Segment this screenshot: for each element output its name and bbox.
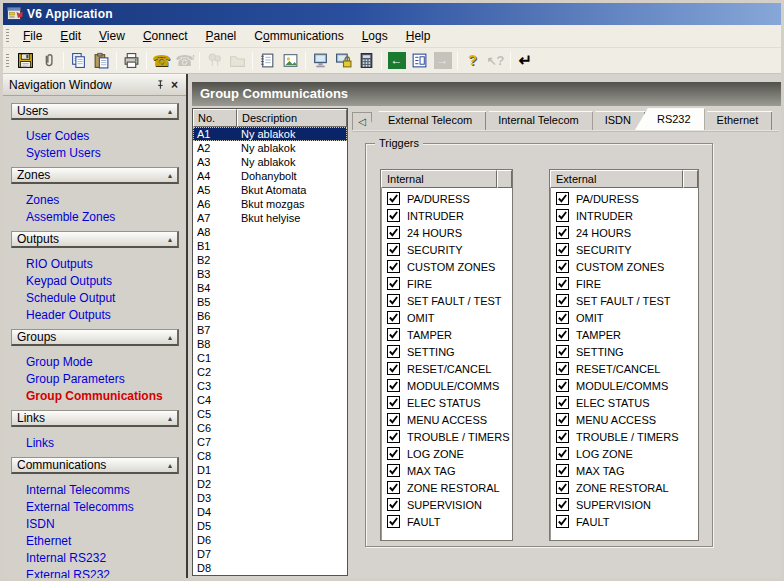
panel-computer-button[interactable]: [309, 50, 332, 72]
image-button[interactable]: [279, 50, 302, 72]
checkbox-checked-icon[interactable]: [556, 328, 569, 341]
help-button[interactable]: ?: [461, 50, 484, 72]
trigger-external-tamper[interactable]: TAMPER: [550, 326, 698, 343]
group-row-d5[interactable]: D5: [193, 519, 347, 533]
group-row-c1[interactable]: C1: [193, 351, 347, 365]
sidebar-item-ethernet[interactable]: Ethernet: [11, 533, 179, 550]
checkbox-checked-icon[interactable]: [556, 481, 569, 494]
trigger-external-zone-restoral[interactable]: ZONE RESTORAL: [550, 479, 698, 496]
nav-section-header-links[interactable]: Links▴: [11, 410, 179, 427]
print-button[interactable]: [120, 50, 143, 72]
tab-rs232[interactable]: RS232: [635, 108, 705, 130]
checkbox-checked-icon[interactable]: [556, 430, 569, 443]
checkbox-checked-icon[interactable]: [556, 294, 569, 307]
sidebar-item-external-rs232[interactable]: External RS232: [11, 567, 179, 581]
trigger-internal-fire[interactable]: FIRE: [381, 275, 512, 292]
titlebar[interactable]: V6 Application: [3, 3, 781, 25]
pin-icon[interactable]: [152, 77, 167, 92]
group-row-c8[interactable]: C8: [193, 449, 347, 463]
group-row-c3[interactable]: C3: [193, 379, 347, 393]
group-row-d7[interactable]: D7: [193, 547, 347, 561]
group-row-c5[interactable]: C5: [193, 407, 347, 421]
sidebar-item-assemble-zones[interactable]: Assemble Zones: [11, 209, 179, 226]
calculator-button[interactable]: [355, 50, 378, 72]
group-row-c7[interactable]: C7: [193, 435, 347, 449]
trigger-external-security[interactable]: SECURITY: [550, 241, 698, 258]
copy-button[interactable]: [67, 50, 90, 72]
trigger-external-intruder[interactable]: INTRUDER: [550, 207, 698, 224]
checkbox-checked-icon[interactable]: [387, 430, 400, 443]
trigger-external-pa-duress[interactable]: PA/DURESS: [550, 190, 698, 207]
sidebar-item-internal-telecomms[interactable]: Internal Telecomms: [11, 482, 179, 499]
trigger-internal-log-zone[interactable]: LOG ZONE: [381, 445, 512, 462]
sidebar-item-external-telecomms[interactable]: External Telecomms: [11, 499, 179, 516]
nav-section-header-users[interactable]: Users▴: [11, 103, 179, 120]
sidebar-item-keypad-outputs[interactable]: Keypad Outputs: [11, 273, 179, 290]
checkbox-checked-icon[interactable]: [556, 192, 569, 205]
checkbox-checked-icon[interactable]: [556, 515, 569, 528]
attachment-button[interactable]: [37, 50, 60, 72]
trigger-external-custom-zones[interactable]: CUSTOM ZONES: [550, 258, 698, 275]
checkbox-checked-icon[interactable]: [387, 226, 400, 239]
checkbox-checked-icon[interactable]: [387, 192, 400, 205]
trigger-internal-custom-zones[interactable]: CUSTOM ZONES: [381, 258, 512, 275]
trigger-internal-menu-access[interactable]: MENU ACCESS: [381, 411, 512, 428]
checkbox-checked-icon[interactable]: [387, 515, 400, 528]
sidebar-item-schedule-output[interactable]: Schedule Output: [11, 290, 179, 307]
group-row-b5[interactable]: B5: [193, 295, 347, 309]
trigger-external-log-zone[interactable]: LOG ZONE: [550, 445, 698, 462]
group-row-d3[interactable]: D3: [193, 491, 347, 505]
paste-button[interactable]: [90, 50, 113, 72]
save-button[interactable]: [14, 50, 37, 72]
menu-edit[interactable]: Edit: [51, 27, 90, 45]
checkbox-checked-icon[interactable]: [387, 447, 400, 460]
trigger-internal-intruder[interactable]: INTRUDER: [381, 207, 512, 224]
trigger-external-supervision[interactable]: SUPERVISION: [550, 496, 698, 513]
toolbar-gripper[interactable]: [6, 54, 9, 68]
checkbox-checked-icon[interactable]: [387, 260, 400, 273]
checkbox-checked-icon[interactable]: [556, 413, 569, 426]
close-icon[interactable]: ×: [167, 77, 182, 92]
checkbox-checked-icon[interactable]: [387, 379, 400, 392]
sidebar-item-isdn[interactable]: ISDN: [11, 516, 179, 533]
checkbox-checked-icon[interactable]: [556, 498, 569, 511]
collapse-arrow-icon[interactable]: ▴: [168, 461, 172, 470]
trigger-internal-setting[interactable]: SETTING: [381, 343, 512, 360]
trigger-internal-reset-cancel[interactable]: RESET/CANCEL: [381, 360, 512, 377]
checkbox-checked-icon[interactable]: [556, 311, 569, 324]
trigger-external-reset-cancel[interactable]: RESET/CANCEL: [550, 360, 698, 377]
sidebar-item-rio-outputs[interactable]: RIO Outputs: [11, 256, 179, 273]
group-row-b7[interactable]: B7: [193, 323, 347, 337]
group-list[interactable]: No.Description A1Ny ablakokA2Ny ablakokA…: [192, 108, 348, 576]
trigger-internal-omit[interactable]: OMIT: [381, 309, 512, 326]
group-row-b6[interactable]: B6: [193, 309, 347, 323]
trigger-internal-elec-status[interactable]: ELEC STATUS: [381, 394, 512, 411]
checkbox-checked-icon[interactable]: [387, 311, 400, 324]
checkbox-checked-icon[interactable]: [387, 481, 400, 494]
trigger-internal-module-comms[interactable]: MODULE/COMMS: [381, 377, 512, 394]
trigger-internal-pa-duress[interactable]: PA/DURESS: [381, 190, 512, 207]
trigger-external-24-hours[interactable]: 24 HOURS: [550, 224, 698, 241]
trigger-external-elec-status[interactable]: ELEC STATUS: [550, 394, 698, 411]
back-button[interactable]: ←: [385, 50, 408, 72]
checkbox-checked-icon[interactable]: [556, 243, 569, 256]
sidebar-item-system-users[interactable]: System Users: [11, 145, 179, 162]
tab-ethernet[interactable]: Ethernet: [695, 111, 773, 130]
collapse-arrow-icon[interactable]: ▴: [168, 171, 172, 180]
menu-file[interactable]: File: [14, 27, 51, 45]
nav-section-header-groups[interactable]: Groups▴: [11, 329, 179, 346]
checkbox-checked-icon[interactable]: [556, 277, 569, 290]
checkbox-checked-icon[interactable]: [556, 209, 569, 222]
menubar-gripper[interactable]: [6, 29, 9, 43]
logbook-button[interactable]: [256, 50, 279, 72]
trigger-external-set-fault-test[interactable]: SET FAULT / TEST: [550, 292, 698, 309]
nav-section-header-zones[interactable]: Zones▴: [11, 167, 179, 184]
summary-view-button[interactable]: [408, 50, 431, 72]
trigger-external-trouble-timers[interactable]: TROUBLE / TIMERS: [550, 428, 698, 445]
checkbox-checked-icon[interactable]: [556, 345, 569, 358]
external-triggers-list[interactable]: ExternalPA/DURESSINTRUDER24 HOURSSECURIT…: [549, 169, 699, 541]
trigger-internal-set-fault-test[interactable]: SET FAULT / TEST: [381, 292, 512, 309]
group-row-b3[interactable]: B3: [193, 267, 347, 281]
trigger-external-menu-access[interactable]: MENU ACCESS: [550, 411, 698, 428]
checkbox-checked-icon[interactable]: [387, 345, 400, 358]
